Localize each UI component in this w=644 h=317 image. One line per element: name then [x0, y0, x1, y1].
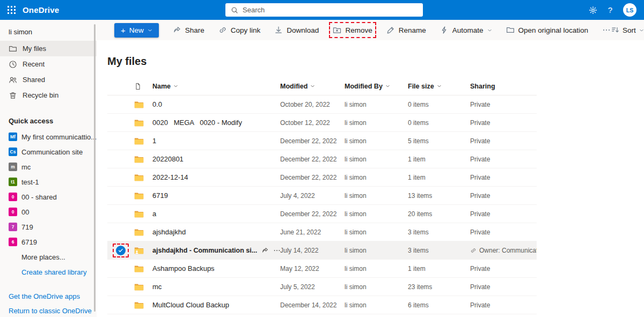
file-name[interactable]: MultCloud Cloud Backup — [152, 301, 280, 309]
file-size: 1 item — [408, 174, 470, 181]
share-icon[interactable] — [261, 247, 269, 254]
more-commands-button[interactable] — [602, 26, 611, 34]
file-name[interactable]: 20220801 — [152, 155, 280, 163]
files-table: Name Modified Modified By File size Shar… — [107, 77, 537, 314]
automate-button[interactable]: Automate — [440, 26, 492, 34]
table-row[interactable]: 0.0 October 20, 2022 li simon 0 items Pr… — [107, 95, 537, 114]
help-button[interactable]: ? — [608, 5, 612, 14]
new-button[interactable]: + New — [114, 23, 159, 38]
sharing-status[interactable]: Private — [470, 174, 537, 181]
sharing-status[interactable]: Private — [470, 210, 537, 218]
modified-by[interactable]: li simon — [345, 265, 408, 272]
table-row[interactable]: 6719 July 4, 2022 li simon 13 items Priv… — [107, 187, 537, 205]
sharing-status[interactable]: Private — [470, 192, 537, 200]
column-header-modified-by[interactable]: Modified By — [345, 83, 408, 90]
folder-icon — [134, 301, 144, 309]
table-row[interactable]: mc July 5, 2022 li simon 23 items Privat… — [107, 278, 537, 296]
sharing-status[interactable]: Owner: Communication... — [470, 247, 537, 254]
file-type-column-icon[interactable] — [134, 83, 142, 90]
app-launcher-button[interactable] — [0, 0, 23, 20]
modified-by[interactable]: li simon — [345, 247, 408, 254]
sharing-status[interactable]: Private — [470, 283, 537, 291]
column-header-name[interactable]: Name — [152, 83, 280, 90]
file-name[interactable]: ajshdajkhd — [152, 228, 280, 236]
modified-by[interactable]: li simon — [345, 301, 408, 309]
remove-button[interactable]: Remove — [333, 26, 372, 34]
download-button[interactable]: Download — [274, 26, 319, 34]
sidebar-item-recycle-bin[interactable]: Recycle bin — [0, 87, 97, 103]
column-header-modified[interactable]: Modified — [280, 83, 345, 90]
command-label: Download — [287, 26, 319, 34]
copy-link-button[interactable]: Copy link — [218, 26, 261, 34]
sidebar-item-my-files[interactable]: My files — [0, 41, 97, 56]
file-name[interactable]: 2022-12-14 — [152, 173, 280, 181]
sharing-status[interactable]: Private — [470, 101, 537, 108]
file-size: 1 item — [408, 156, 470, 163]
modified-by[interactable]: li simon — [345, 119, 408, 127]
table-row[interactable]: 2022-12-14 December 22, 2022 li simon 1 … — [107, 168, 537, 187]
quick-access-item[interactable]: Mf My first communicattio... — [0, 129, 97, 144]
sharing-status[interactable]: Private — [470, 265, 537, 272]
sharing-status[interactable]: Private — [470, 228, 537, 236]
modified-by[interactable]: li simon — [345, 174, 408, 181]
quick-access-item[interactable]: 0 00 — [0, 204, 97, 219]
column-header-file-size[interactable]: File size — [408, 83, 470, 90]
quick-access-item[interactable]: 0 00 - shared — [0, 189, 97, 204]
table-row[interactable]: 20220801 December 22, 2022 li simon 1 it… — [107, 150, 537, 168]
file-name[interactable]: a — [152, 210, 280, 218]
site-badge: 0 — [9, 193, 17, 201]
command-label: Copy link — [231, 26, 261, 34]
modified-by[interactable]: li simon — [345, 101, 408, 108]
sidebar-item-shared[interactable]: Shared — [0, 72, 97, 87]
table-row[interactable]: ajshdajkhd June 21, 2022 li simon 3 item… — [107, 223, 537, 241]
quick-access-item[interactable]: Cs Communication site — [0, 144, 97, 159]
quick-access-item[interactable]: t1 test-1 — [0, 174, 97, 189]
search-box[interactable] — [225, 3, 423, 17]
site-badge: 7 — [9, 223, 17, 231]
modified-by[interactable]: li simon — [345, 156, 408, 163]
modified-by[interactable]: li simon — [345, 210, 408, 218]
return-to-classic-link[interactable]: Return to classic OneDrive — [0, 304, 97, 317]
file-name[interactable]: 6719 — [152, 191, 280, 200]
share-button[interactable]: Share — [173, 26, 204, 34]
quick-access-label: My first communicattio... — [21, 133, 97, 141]
modified-by[interactable]: li simon — [345, 228, 408, 236]
file-name[interactable]: 0.0 — [152, 100, 280, 108]
get-onedrive-apps-link[interactable]: Get the OneDrive apps — [0, 289, 97, 304]
search-input[interactable] — [243, 6, 418, 14]
rename-button[interactable]: Rename — [386, 26, 426, 34]
settings-button[interactable] — [589, 6, 597, 14]
quick-access-item[interactable]: m mc — [0, 159, 97, 174]
file-name[interactable]: mc — [152, 283, 280, 291]
sharing-status[interactable]: Private — [470, 119, 537, 127]
sidebar-item-recent[interactable]: Recent — [0, 56, 97, 72]
more-places-link[interactable]: More places... — [0, 249, 97, 264]
modified-by[interactable]: li simon — [345, 137, 408, 145]
modified-by[interactable]: li simon — [345, 192, 408, 200]
create-shared-library-link[interactable]: Create shared library — [0, 264, 97, 279]
sharing-status[interactable]: Private — [470, 156, 537, 163]
avatar[interactable]: LS — [623, 3, 636, 17]
sharing-status[interactable]: Private — [470, 137, 537, 145]
open-original-location-button[interactable]: Open original location — [506, 26, 589, 34]
quick-access-item[interactable]: 7 719 — [0, 219, 97, 234]
table-row[interactable]: 1 December 22, 2022 li simon 5 items Pri… — [107, 132, 537, 150]
file-name[interactable]: ajshdajkhd - Communication si... — [152, 247, 257, 254]
file-name[interactable]: 1 — [152, 137, 280, 145]
table-row[interactable]: a December 22, 2022 li simon 20 items Pr… — [107, 205, 537, 223]
table-row-selected[interactable]: ajshdajkhd - Communication si... July 14… — [107, 241, 537, 260]
selected-check-icon[interactable] — [116, 246, 126, 255]
modified-by[interactable]: li simon — [345, 283, 408, 291]
modified-date: December 14, 2022 — [280, 301, 345, 309]
sharing-status[interactable]: Private — [470, 301, 537, 309]
file-name[interactable]: Ashampoo Backups — [152, 264, 280, 272]
table-row[interactable]: Ashampoo Backups May 12, 2022 li simon 1… — [107, 260, 537, 278]
column-header-sharing[interactable]: Sharing — [470, 83, 537, 90]
sort-button[interactable]: Sort — [611, 26, 644, 34]
folder-icon — [134, 265, 144, 272]
file-name[interactable]: 0020 MEGA 0020 - Modify — [152, 119, 280, 127]
sidebar-scrollbar[interactable] — [94, 24, 96, 312]
table-row[interactable]: MultCloud Cloud Backup December 14, 2022… — [107, 296, 537, 314]
quick-access-item[interactable]: 6 6719 — [0, 234, 97, 249]
table-row[interactable]: 0020 MEGA 0020 - Modify October 12, 2022… — [107, 114, 537, 132]
